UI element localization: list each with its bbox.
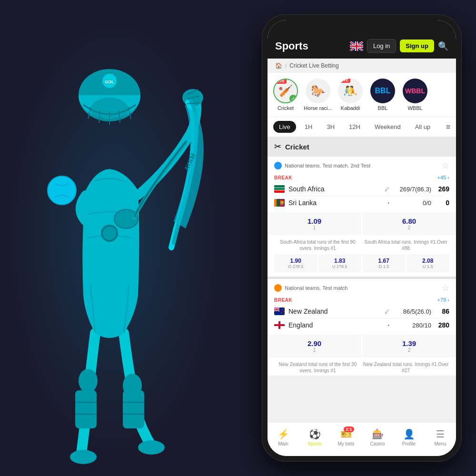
team-sl: 🦁 Sri Lanka • 0/0 0: [274, 196, 449, 209]
nav-casino-label: Casino: [370, 441, 385, 446]
sub-lbl-3: O 1.5: [364, 264, 404, 269]
desc-1: South Africa total runs of the first 90 …: [274, 239, 361, 251]
world-icon-1: [274, 162, 282, 169]
filter-weekend[interactable]: Weekend: [369, 121, 407, 133]
nz-flag: ★ ★ ★ ★: [274, 307, 285, 315]
match1-status: BREAK: [274, 175, 292, 180]
filter-3h[interactable]: 3H: [321, 121, 340, 133]
nav-mybets-label: My bets: [337, 441, 354, 446]
category-kabaddi[interactable]: 🤼 LIVE Kabaddi: [336, 79, 365, 111]
svg-rect-6: [123, 390, 144, 428]
filter-allup[interactable]: All up: [409, 121, 436, 133]
svg-text:🦁: 🦁: [279, 200, 285, 206]
sub-lbl-2: U 278.5: [320, 264, 360, 269]
team-eng: England • 280/10 280: [274, 318, 449, 332]
category-wbbl[interactable]: WBBL WBBL: [401, 79, 429, 111]
odds-value-4: 1.39: [369, 339, 449, 347]
nz-score: 86/5(26.0): [393, 308, 431, 315]
sl-flag: 🦁: [274, 199, 285, 207]
filter-1h[interactable]: 1H: [299, 121, 318, 133]
categories-scroll: 🏏 LIVE ✓ Cricket 🐎 Horse raci...: [268, 73, 456, 117]
eng-flag: [274, 321, 285, 329]
odds-1-39[interactable]: 1.39 2: [362, 335, 456, 357]
match1-favorite[interactable]: ☆: [442, 160, 449, 171]
odds-num-2: 2: [369, 225, 449, 230]
filter-live[interactable]: Live: [273, 121, 296, 133]
breadcrumb-home[interactable]: 🏠: [275, 62, 282, 69]
app-title: Sports: [275, 40, 346, 52]
nav-profile[interactable]: 👤 Profile: [393, 426, 425, 448]
svg-text:★: ★: [282, 312, 284, 315]
nz-batting: 🖊: [385, 309, 389, 314]
login-button[interactable]: Log in: [367, 39, 396, 53]
search-icon[interactable]: 🔍: [438, 41, 448, 51]
signup-button[interactable]: Sign up: [400, 40, 434, 52]
desc-2: South Africa total runs. Innings #1.Over…: [362, 239, 449, 251]
filter-12h[interactable]: 12H: [343, 121, 366, 133]
match2-odds-desc: New Zealand total runs of the first 30 o…: [268, 358, 456, 376]
sl-score: 0/0: [393, 199, 431, 207]
nav-casino[interactable]: 🎰 Casino: [362, 426, 393, 448]
content-area: ✂ Cricket National teams. Test match. 2n…: [268, 137, 456, 422]
phone-notch: [333, 23, 390, 36]
eng-score: 280/10: [393, 322, 431, 329]
nav-main[interactable]: ⚡ Main: [268, 426, 299, 448]
sub-odds-1[interactable]: 1.90 O 278.5: [274, 254, 317, 272]
filter-options-button[interactable]: ≡: [446, 123, 450, 131]
svg-rect-53: [274, 324, 285, 326]
svg-rect-37: [274, 185, 285, 188]
nav-profile-label: Profile: [402, 441, 416, 446]
bottom-nav: ⚡ Main ⚽ Sports 🎫 2:1 My bets: [268, 422, 456, 456]
svg-rect-5: [75, 390, 97, 428]
odds-1-09[interactable]: 1.09 1: [268, 212, 361, 235]
odds-value-1: 1.09: [274, 217, 355, 225]
team-sa: South Africa 🖊 269/7(86.3) 269: [274, 182, 449, 196]
sub-odds-3[interactable]: 1.67 O 1.5: [362, 254, 406, 272]
nav-sports-label: Sports: [308, 441, 322, 446]
world-icon-2: [274, 284, 282, 292]
breadcrumb: 🏠 / Cricket Live Betting: [268, 59, 456, 73]
match1-odds-desc: South Africa total runs of the first 90 …: [268, 236, 456, 253]
wbbl-label: WBBL: [407, 105, 422, 111]
sa-score: 269/7(86.3): [393, 186, 431, 193]
match2-description: National teams. Test match: [285, 285, 439, 291]
team-sl-name: Sri Lanka: [288, 199, 384, 207]
bbl-label: BBL: [378, 105, 388, 111]
match2-favorite[interactable]: ☆: [442, 283, 449, 293]
time-filters: Live 1H 3H 12H Weekend All up ≡: [268, 117, 456, 137]
match1-more[interactable]: +45 ›: [437, 175, 449, 180]
category-cricket[interactable]: 🏏 LIVE ✓ Cricket: [271, 79, 300, 111]
sl-dot: •: [387, 200, 389, 206]
sa-batting: 🖊: [385, 187, 389, 192]
nav-menu[interactable]: ☰ Menu: [425, 426, 456, 448]
language-flag[interactable]: [350, 41, 363, 51]
sub-odds-4[interactable]: 2.08 U 1.5: [407, 254, 450, 272]
odds-num-4: 2: [369, 347, 449, 353]
menu-icon: ☰: [436, 429, 445, 439]
breadcrumb-current: Cricket Live Betting: [289, 62, 338, 69]
match1-main-odds: 1.09 1 6.80 2: [268, 211, 456, 236]
category-bbl[interactable]: BBL BBL: [368, 79, 397, 111]
sa-highlight: 269: [435, 185, 449, 193]
odds-2-90[interactable]: 2.90 1: [268, 335, 361, 357]
nav-sports[interactable]: ⚽ Sports: [299, 426, 330, 448]
sub-val-1: 1.90: [276, 258, 316, 264]
nav-main-label: Main: [278, 441, 288, 446]
match2-teams: ★ ★ ★ ★ New Zealand 🖊 86/5(26.0) 86: [268, 303, 456, 334]
category-horse[interactable]: 🐎 Horse raci...: [304, 79, 332, 111]
nav-mybets[interactable]: 🎫 2:1 My bets: [330, 426, 362, 448]
team-nz-name: New Zealand: [288, 307, 381, 315]
mybets-badge: 2:1: [344, 426, 354, 432]
desc-4: New Zealand total runs. Innings #1.Over …: [362, 361, 449, 374]
cricket-icon-wrap: 🏏 LIVE ✓: [273, 79, 298, 103]
svg-point-27: [103, 227, 116, 240]
match-sa-sl: National teams. Test match. 2nd Test ☆ B…: [268, 157, 456, 276]
horse-label: Horse raci...: [304, 105, 332, 111]
bbl-icon-wrap: BBL: [370, 79, 395, 103]
odds-6-80[interactable]: 6.80 2: [362, 212, 456, 235]
match2-more[interactable]: +79 ›: [437, 297, 449, 303]
kabaddi-label: Kabaddi: [341, 105, 360, 111]
sub-odds-2[interactable]: 1.83 U 278.5: [318, 254, 362, 272]
breadcrumb-separator: /: [285, 62, 287, 69]
match2-break-row: BREAK +79 ›: [268, 295, 456, 303]
